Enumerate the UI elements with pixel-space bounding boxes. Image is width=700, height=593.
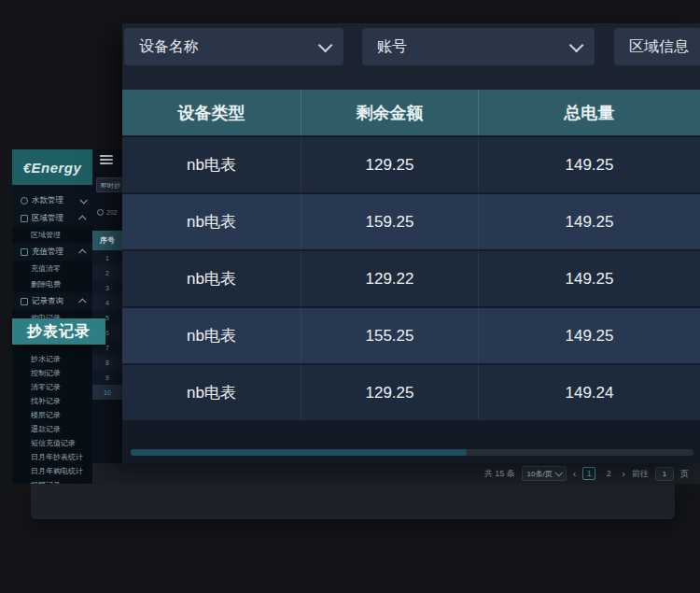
sidebar-item-meter-read-records-active[interactable]: 抄表记录 bbox=[12, 318, 105, 345]
sidebar-item-water-read-records[interactable]: 抄水记录 bbox=[12, 352, 92, 366]
magnified-table-panel: 设备名称 账号 区域信息 设备类型 剩余金额 总电量 nb电表 129.25 1… bbox=[122, 23, 700, 463]
sidebar-item-refund-records[interactable]: 退款记录 bbox=[12, 422, 92, 436]
seq-row[interactable]: 1 bbox=[92, 250, 122, 265]
backdrop-page-band bbox=[31, 484, 675, 519]
filter-row: 设备名称 账号 区域信息 bbox=[122, 28, 700, 65]
page-size-select[interactable]: 10条/页 bbox=[522, 466, 567, 481]
phone-icon bbox=[21, 197, 28, 205]
chevron-down-icon bbox=[79, 196, 87, 204]
col-header-remaining-amount: 剩余金额 bbox=[301, 90, 478, 135]
sidebar-item-sms-recharge-records[interactable]: 短信充值记录 bbox=[12, 436, 92, 450]
table-row[interactable]: nb电表 155.25 149.25 bbox=[122, 306, 700, 363]
table-row[interactable]: nb电表 129.22 149.25 bbox=[122, 249, 700, 306]
chevron-down-icon bbox=[554, 469, 562, 476]
sidebar-item-region-manage[interactable]: 区域管理 bbox=[12, 227, 92, 243]
table-row[interactable]: nb电表 129.25 149.25 bbox=[122, 135, 700, 192]
chevron-up-icon bbox=[78, 248, 86, 256]
horizontal-scrollbar[interactable] bbox=[131, 449, 693, 456]
col-header-device-type: 设备类型 bbox=[122, 90, 301, 135]
goto-page-input[interactable] bbox=[655, 467, 674, 481]
clock-icon bbox=[97, 209, 104, 216]
chevron-down-icon bbox=[318, 37, 333, 52]
sidebar-item-adjust-records[interactable]: 找补记录 bbox=[12, 394, 92, 408]
sidebar-group-records[interactable]: 记录查询 bbox=[12, 292, 92, 310]
seq-row[interactable]: 9 bbox=[92, 370, 122, 385]
table-header-row: 设备类型 剩余金额 总电量 bbox=[122, 90, 700, 135]
sidebar-item-control-records[interactable]: 控制记录 bbox=[12, 366, 92, 380]
page-number-1[interactable]: 1 bbox=[582, 467, 595, 480]
sidebar-item-meter-read-stats[interactable]: 日月年抄表统计 bbox=[12, 450, 92, 464]
background-page-strip: 即时抄 202 序号 1 2 3 4 5 6 7 8 9 10 bbox=[92, 149, 122, 484]
date-picker[interactable]: 202 bbox=[97, 209, 118, 216]
seq-row[interactable]: 4 bbox=[92, 295, 122, 310]
sidebar-group-payment[interactable]: 水款管理 bbox=[12, 191, 92, 209]
col-header-total-energy: 总电量 bbox=[478, 90, 700, 135]
horizontal-scrollbar-thumb[interactable] bbox=[131, 449, 467, 456]
goto-label: 前往 bbox=[632, 468, 649, 480]
sidebar-item-reset-records[interactable]: 清零记录 bbox=[12, 380, 92, 394]
chevron-up-icon bbox=[78, 215, 86, 222]
sidebar-item-floor-records[interactable]: 楼层记录 bbox=[12, 408, 92, 422]
pagination-bar: 共 15 条 10条/页 ‹ 1 2 › 前往 页 bbox=[92, 463, 700, 484]
meter-table: 设备类型 剩余金额 总电量 nb电表 129.25 149.25 nb电表 15… bbox=[122, 90, 700, 420]
document-icon bbox=[21, 298, 28, 305]
sidebar: €Energy 水款管理 区域管理 区域管理 充值管理 充值清零 删除电费 记录… bbox=[12, 149, 92, 484]
sidebar-item-delete-fee[interactable]: 删除电费 bbox=[12, 276, 92, 292]
page-number-2[interactable]: 2 bbox=[602, 467, 615, 480]
card-icon bbox=[21, 248, 28, 256]
region-info-dropdown[interactable]: 区域信息 bbox=[614, 28, 700, 65]
prev-page-button[interactable]: ‹ bbox=[573, 469, 577, 479]
seq-row[interactable]: 2 bbox=[92, 265, 122, 280]
sidebar-item-recharge-clear[interactable]: 充值清零 bbox=[12, 261, 92, 276]
sidebar-item-purchase-stats[interactable]: 日月年购电统计 bbox=[12, 464, 92, 478]
building-icon bbox=[21, 215, 28, 222]
next-page-button[interactable]: › bbox=[622, 469, 625, 479]
sidebar-group-region[interactable]: 区域管理 bbox=[12, 209, 92, 227]
hamburger-menu-icon[interactable] bbox=[100, 155, 113, 165]
table-footer-area bbox=[122, 420, 700, 463]
date-text: 202 bbox=[106, 209, 118, 216]
app-root: { "sidebar": { "logo": "€Energy", "menu"… bbox=[0, 0, 700, 593]
device-name-dropdown[interactable]: 设备名称 bbox=[124, 28, 343, 65]
goto-unit: 页 bbox=[680, 468, 689, 480]
pagination-total: 共 15 条 bbox=[484, 468, 515, 480]
chevron-down-icon bbox=[569, 37, 584, 52]
seq-row[interactable]: 8 bbox=[92, 355, 122, 370]
sidebar-group-recharge[interactable]: 充值管理 bbox=[12, 243, 92, 261]
table-row[interactable]: nb电表 159.25 149.25 bbox=[122, 192, 700, 249]
seq-row[interactable]: 3 bbox=[92, 280, 122, 295]
account-dropdown[interactable]: 账号 bbox=[362, 28, 595, 65]
seq-column-header: 序号 bbox=[92, 231, 122, 250]
chevron-up-icon bbox=[78, 298, 86, 305]
seq-row-active[interactable]: 10 bbox=[92, 385, 122, 400]
instant-read-button[interactable]: 即时抄 bbox=[96, 177, 122, 192]
app-logo: €Energy bbox=[12, 149, 92, 185]
table-row[interactable]: nb电表 129.25 149.24 bbox=[122, 363, 700, 420]
sidebar-item-alarm-records[interactable]: 报警记录 bbox=[12, 478, 92, 484]
